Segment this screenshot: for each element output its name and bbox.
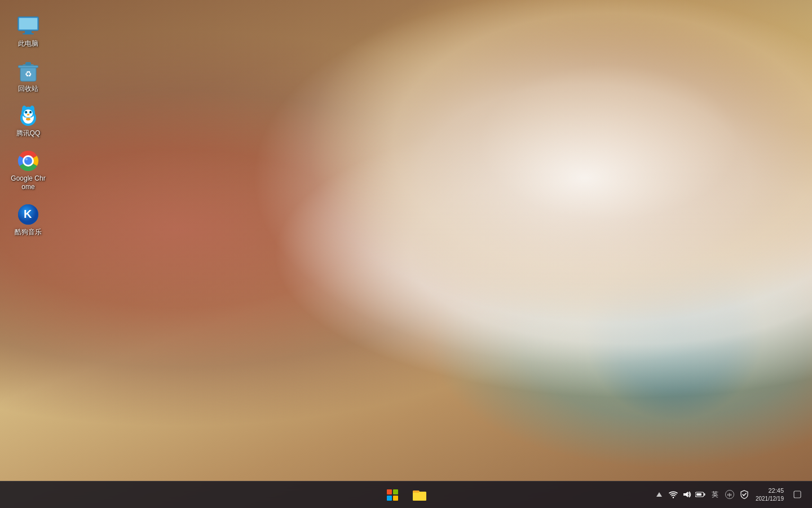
tray-icons	[668, 489, 706, 500]
desktop-icon-chrome[interactable]: Google Chrome	[6, 146, 51, 195]
speaker-icon[interactable]	[681, 489, 692, 500]
windows-logo-icon	[387, 489, 398, 501]
taskbar: 英 中 22:45 2021/12/19	[0, 481, 812, 508]
security-icon[interactable]	[739, 489, 750, 500]
svg-point-27	[24, 157, 32, 165]
battery-icon[interactable]	[695, 489, 706, 500]
desktop-icon-qq[interactable]: 腾讯QQ	[6, 101, 51, 142]
input-method-icon[interactable]: 中	[724, 489, 735, 500]
recycle-icon: ♻	[17, 60, 39, 82]
tray-expand-button[interactable]	[654, 491, 664, 498]
svg-point-15	[26, 118, 30, 121]
svg-rect-46	[794, 491, 801, 498]
taskbar-center	[380, 483, 432, 507]
svg-rect-1	[19, 18, 37, 29]
svg-rect-7	[18, 65, 38, 68]
svg-rect-2	[25, 31, 32, 33]
kuwo-icon: K	[17, 203, 39, 226]
qq-icon-label: 腾讯QQ	[16, 129, 41, 138]
svg-marker-38	[683, 492, 688, 497]
chrome-icon	[17, 150, 39, 172]
desktop-icon-computer[interactable]: 此电脑	[6, 11, 51, 52]
notification-button[interactable]	[789, 487, 805, 502]
file-explorer-icon	[413, 489, 426, 501]
clock-date: 2021/12/19	[756, 495, 784, 503]
start-button[interactable]	[380, 483, 405, 507]
svg-text:中: 中	[727, 493, 732, 498]
svg-rect-41	[704, 493, 705, 496]
wallpaper	[0, 0, 812, 508]
kuwo-icon-label: 酷狗音乐	[15, 228, 42, 237]
qq-icon	[17, 104, 39, 127]
svg-rect-35	[413, 493, 426, 501]
wallpaper-photo	[0, 0, 812, 508]
notification-icon	[793, 491, 801, 498]
file-explorer-button[interactable]	[407, 483, 432, 507]
svg-line-45	[744, 493, 746, 496]
svg-point-28	[25, 158, 28, 160]
svg-point-19	[24, 110, 33, 117]
computer-icon	[17, 15, 39, 37]
svg-point-22	[25, 111, 27, 112]
desktop-icons: 此电脑 ♻ 回收站	[0, 0, 56, 252]
clock-display[interactable]: 22:45 2021/12/19	[753, 485, 786, 504]
svg-point-37	[673, 497, 674, 498]
chrome-icon-label: Google Chrome	[9, 174, 47, 192]
svg-marker-36	[656, 492, 662, 497]
taskbar-right: 英 中 22:45 2021/12/19	[654, 485, 812, 504]
recycle-icon-label: 回收站	[18, 85, 38, 94]
svg-point-24	[27, 114, 30, 116]
language-indicator[interactable]: 英	[709, 489, 721, 501]
svg-text:♻: ♻	[25, 69, 32, 78]
computer-icon-label: 此电脑	[18, 40, 38, 49]
svg-rect-40	[696, 493, 701, 496]
desktop-icon-recycle[interactable]: ♻ 回收站	[6, 56, 51, 97]
svg-rect-6	[25, 62, 31, 65]
desktop-icon-kuwo[interactable]: K 酷狗音乐	[6, 200, 51, 240]
wifi-icon[interactable]	[668, 489, 679, 500]
svg-point-23	[30, 111, 31, 112]
svg-text:K: K	[24, 208, 32, 220]
svg-rect-3	[23, 33, 34, 34]
clock-time: 22:45	[768, 487, 784, 495]
